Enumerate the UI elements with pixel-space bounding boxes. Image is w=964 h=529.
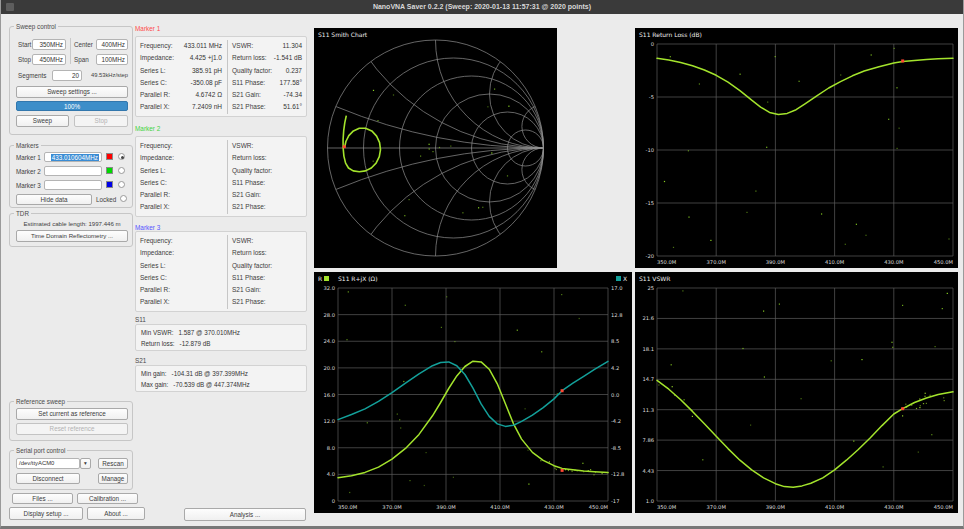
marker-field-row: Series C: <box>136 272 226 284</box>
marker-field-value: 433.011 MHz <box>184 40 222 52</box>
svg-text:450.0M: 450.0M <box>934 259 953 265</box>
marker-field-row: Return loss:-1.541 dB <box>228 52 306 64</box>
marker-field-row: Parallel X: <box>136 296 226 308</box>
marker-field-row: Impedance: <box>136 152 226 164</box>
window-title: NanoVNA Saver 0.2.2 (Sweep: 2020-01-13 1… <box>373 3 591 10</box>
svg-text:S11 Return Loss (dB): S11 Return Loss (dB) <box>639 31 702 38</box>
about-button[interactable]: About ... <box>87 507 145 520</box>
marker2-label: Marker 2 <box>16 168 41 175</box>
marker-field-value: 177.58° <box>280 77 302 89</box>
marker-detail-right-column: VSWR:Return loss:Quality factor:S11 Phas… <box>227 235 306 309</box>
sweep-control-title: Sweep control <box>14 23 58 31</box>
markers-group-title: Markers <box>14 142 41 150</box>
svg-text:4.43: 4.43 <box>642 468 654 474</box>
svg-text:-20: -20 <box>646 253 654 259</box>
marker-field-label: Parallel R: <box>140 189 170 201</box>
marker2-detail-box: Frequency:Impedance:Series L:Series C:Pa… <box>135 136 307 217</box>
step-info: 49.53kHz/step <box>84 72 128 78</box>
chart-vswr[interactable]: 2521.618.114.711.37.864.431.0350.0M370.0… <box>635 272 958 513</box>
sweep-button[interactable]: Sweep <box>16 115 69 127</box>
tdr-group: TDR Estimated cable length: 1997.446 m T… <box>9 213 133 247</box>
marker-field-row: Quality factor: <box>228 260 306 272</box>
analysis-button[interactable]: Analysis ... <box>184 508 306 521</box>
marker-field-row: S21 Phase: <box>228 201 306 213</box>
serial-port-dropdown-arrow-icon[interactable]: ▾ <box>80 458 91 469</box>
stop-input[interactable]: 450MHz <box>32 54 66 65</box>
marker1-freq-input[interactable]: 433.010604MHz <box>44 152 102 162</box>
marker-field-label: VSWR: <box>232 235 253 247</box>
app-window: NanoVNA Saver 0.2.2 (Sweep: 2020-01-13 1… <box>0 0 964 529</box>
svg-text:32.0: 32.0 <box>323 285 335 291</box>
marker3-freq-input[interactable] <box>44 180 102 190</box>
svg-text:-5: -5 <box>649 94 654 100</box>
marker-field-label: VSWR: <box>232 40 253 52</box>
s21-min-gain-label: Min gain: <box>141 368 167 379</box>
marker-field-row: Impedance: <box>136 247 226 259</box>
marker-field-label: Parallel R: <box>140 284 170 296</box>
marker1-color-swatch[interactable] <box>106 153 113 160</box>
svg-text:14.7: 14.7 <box>642 376 654 382</box>
disconnect-button[interactable]: Disconnect <box>16 473 80 484</box>
marker1-radio[interactable] <box>118 153 125 160</box>
marker-field-value: 4.425 +j1.0 <box>190 52 222 64</box>
hide-data-button[interactable]: Hide data <box>16 194 92 205</box>
stop-button[interactable]: Stop <box>74 115 128 127</box>
marker-field-label: VSWR: <box>232 140 253 152</box>
span-input[interactable]: 100MHz <box>96 54 128 65</box>
marker3-color-swatch[interactable] <box>106 181 113 188</box>
s21-info-box: Min gain: -104.31 dB @ 397.399MHz Max ga… <box>135 365 307 392</box>
rescan-button[interactable]: Rescan <box>98 458 128 469</box>
marker-field-label: Series C: <box>140 177 167 189</box>
reset-reference-button[interactable]: Reset reference <box>16 423 128 435</box>
s11-min-vswr-label: Min VSWR: <box>141 327 174 338</box>
serial-port-select[interactable]: /dev/ttyACM0 <box>16 458 80 469</box>
segments-label: Segments <box>18 72 46 79</box>
svg-text:28.0: 28.0 <box>323 312 335 318</box>
svg-text:-17: -17 <box>611 498 619 504</box>
svg-text:8.0: 8.0 <box>327 445 335 451</box>
marker-field-label: Parallel R: <box>140 89 170 101</box>
marker3-radio[interactable] <box>118 181 125 188</box>
svg-text:370.0M: 370.0M <box>382 504 401 510</box>
calibration-button[interactable]: Calibration ... <box>77 493 138 504</box>
chart-return-loss[interactable]: 0-5-10-15-20350.0M370.0M390.0M410.0M430.… <box>635 28 958 268</box>
marker2-freq-input[interactable] <box>44 166 102 176</box>
marker-field-label: S21 Phase: <box>232 201 266 213</box>
marker-field-label: Quality factor: <box>232 65 272 77</box>
marker-field-row: S11 Phase:177.58° <box>228 77 306 89</box>
set-reference-button[interactable]: Set current as reference <box>16 408 128 420</box>
svg-text:S11 Smith Chart: S11 Smith Chart <box>318 31 368 38</box>
svg-text:410.0M: 410.0M <box>825 504 844 510</box>
svg-text:0.0: 0.0 <box>611 392 619 398</box>
tdr-button[interactable]: Time Domain Reflectometry ... <box>16 230 128 242</box>
app-icon <box>6 3 14 11</box>
marker-field-value: -350.08 pF <box>191 77 222 89</box>
marker-field-label: S11 Phase: <box>232 177 265 189</box>
svg-text:12.8: 12.8 <box>611 312 623 318</box>
chart-smith[interactable]: S11 Smith Chart <box>314 28 557 268</box>
segments-input[interactable]: 20 <box>52 70 82 81</box>
marker2-radio[interactable] <box>118 167 125 174</box>
marker-field-row: Frequency:433.011 MHz <box>136 40 226 52</box>
marker-field-label: Quality factor: <box>232 165 272 177</box>
files-button[interactable]: Files ... <box>12 493 73 504</box>
marker-field-label: Series C: <box>140 272 167 284</box>
marker-field-label: Impedance: <box>140 247 174 259</box>
title-bar[interactable]: NanoVNA Saver 0.2.2 (Sweep: 2020-01-13 1… <box>1 0 963 14</box>
marker-field-row: Series C:-350.08 pF <box>136 77 226 89</box>
svg-text:430.0M: 430.0M <box>884 504 903 510</box>
manage-button[interactable]: Manage <box>98 473 128 484</box>
center-input[interactable]: 400MHz <box>96 39 128 50</box>
locked-radio[interactable] <box>120 195 127 202</box>
svg-text:-8.5: -8.5 <box>611 445 621 451</box>
marker-field-row: Frequency: <box>136 235 226 247</box>
start-input[interactable]: 350MHz <box>32 39 66 50</box>
marker-field-label: Parallel X: <box>140 101 170 113</box>
display-setup-button[interactable]: Display setup ... <box>9 507 83 520</box>
marker-field-label: Series L: <box>140 260 166 272</box>
marker-field-row: Parallel X:7.2409 nH <box>136 101 226 113</box>
marker2-color-swatch[interactable] <box>106 167 113 174</box>
sweep-settings-button[interactable]: Sweep settings ... <box>16 86 128 98</box>
s11-return-loss-label: Return loss: <box>141 338 175 349</box>
chart-r-jx[interactable]: 32.028.024.020.016.012.08.04.0017.012.88… <box>314 272 632 513</box>
